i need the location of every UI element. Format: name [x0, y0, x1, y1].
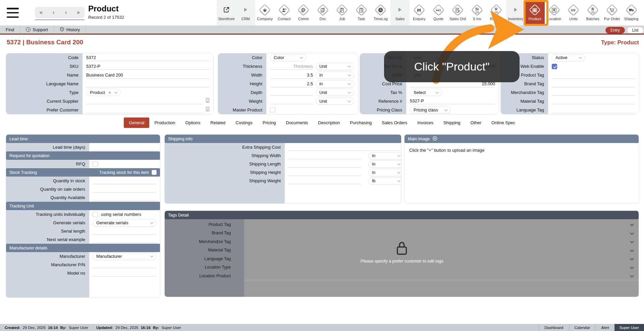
statusbar-user[interactable]: Super User — [614, 324, 644, 331]
cost-price-input[interactable]: 15.000 — [410, 81, 495, 87]
width-unit-select[interactable]: in — [316, 72, 354, 79]
toolbar-item-job[interactable]: Job — [332, 0, 352, 26]
chevron-down-icon[interactable] — [630, 239, 634, 243]
chevron-down-icon[interactable] — [630, 265, 634, 269]
generate-serials-select[interactable]: Generate serials — [93, 219, 157, 227]
shipping-height-input[interactable] — [288, 169, 361, 176]
language-name-input[interactable] — [86, 81, 210, 87]
shipping-weight-input[interactable] — [288, 178, 361, 184]
toolbar-item-pur-order[interactable]: Pur Order — [602, 0, 622, 26]
sku-input[interactable]: 5372-P — [86, 63, 210, 70]
clear-icon[interactable]: × — [108, 90, 111, 95]
shipping-length-input[interactable] — [288, 161, 361, 168]
status-select[interactable]: Active — [552, 54, 585, 61]
manufacturer-select[interactable]: Manufacturer — [93, 253, 157, 260]
width-input[interactable]: 3.5 — [270, 72, 313, 79]
tab-shipping[interactable]: Shipping — [438, 117, 466, 128]
master-product-checkbox[interactable] — [270, 107, 275, 112]
shipping-width-unit-select[interactable]: in — [368, 152, 401, 159]
thickness-unit-select[interactable]: Unit — [316, 63, 354, 70]
color-select[interactable]: Color — [270, 54, 306, 61]
tracking-individually-checkbox[interactable] — [93, 212, 98, 217]
prefer-customer-input[interactable] — [86, 106, 203, 113]
language-tag-input[interactable] — [552, 106, 635, 113]
uom-select[interactable]: Unit — [410, 72, 442, 79]
tab-other[interactable]: Other — [466, 117, 487, 128]
thickness-input[interactable]: Thickness — [270, 63, 313, 70]
height-input[interactable]: 2.5 — [270, 81, 313, 87]
list-view-button[interactable]: List — [627, 27, 644, 34]
toolbar-item-s-inv[interactable]: SiS Inv — [468, 0, 487, 26]
type-select[interactable]: Product × — [86, 89, 121, 96]
height-unit-select[interactable]: in — [316, 80, 354, 88]
tab-costings[interactable]: Costings — [230, 117, 258, 128]
first-record-button[interactable]: « — [35, 9, 47, 15]
weight-input[interactable] — [270, 98, 313, 104]
tab-related[interactable]: Related — [205, 117, 230, 128]
toolbar-item-company[interactable]: Company — [255, 0, 275, 26]
building-icon[interactable] — [206, 107, 210, 113]
qty-on-sale-orders-input[interactable] — [93, 186, 157, 193]
sell-price-input[interactable]: 25.000 — [410, 63, 495, 70]
qty-available-input[interactable] — [93, 194, 157, 201]
tracking-stock-checkbox[interactable] — [152, 170, 157, 175]
statusbar-link-calendar[interactable]: Calendar — [569, 324, 596, 331]
next-record-button[interactable]: › — [60, 9, 72, 15]
toolbar-item-enquiry[interactable]: Enquiry — [410, 0, 429, 26]
entry-view-button[interactable]: Entry — [605, 27, 625, 34]
shipping-weight-unit-select[interactable]: lb — [368, 177, 401, 185]
toolbar-item-batches[interactable]: BBatches — [583, 0, 603, 26]
toolbar-item-product[interactable]: Product — [525, 1, 545, 25]
merchandize-tag-input[interactable] — [552, 89, 635, 96]
tab-purchasing[interactable]: Purchasing — [345, 117, 377, 128]
chevron-down-icon[interactable] — [114, 90, 117, 94]
reference-input[interactable]: 5327-P — [410, 98, 495, 104]
chevron-down-icon[interactable] — [630, 231, 634, 235]
current-supplier-input[interactable] — [86, 98, 203, 104]
add-image-icon[interactable] — [432, 136, 437, 142]
chevron-down-icon[interactable] — [630, 256, 634, 260]
rfq-checkbox[interactable] — [93, 161, 98, 167]
tab-description[interactable]: Description — [313, 117, 345, 128]
tab-online-spec[interactable]: Online Spec — [486, 117, 520, 128]
chevron-down-icon[interactable] — [630, 222, 634, 226]
shipping-length-unit-select[interactable]: in — [368, 160, 401, 168]
tab-pricing[interactable]: Pricing — [258, 117, 281, 128]
toolbar-item-timelog[interactable]: TimeLog — [371, 0, 390, 26]
tab-find[interactable]: Find — [0, 26, 20, 34]
extra-shipping-cost-input[interactable] — [288, 144, 401, 151]
tab-history[interactable]: History — [54, 26, 86, 34]
tab-options[interactable]: Options — [180, 117, 206, 128]
toolbar-item-comm[interactable]: Comm — [294, 0, 313, 26]
toolbar-item-storefront[interactable]: Storefront — [217, 0, 236, 26]
prev-record-button[interactable]: ‹ — [47, 9, 60, 15]
depth-unit-select[interactable]: Unit — [316, 89, 354, 96]
name-input[interactable]: Business Card 200 — [86, 72, 210, 79]
chevron-down-icon[interactable] — [630, 274, 634, 277]
next-serial-input[interactable] — [93, 236, 157, 243]
building-icon[interactable] — [206, 98, 210, 104]
pricing-class-select[interactable]: Pricing class — [410, 106, 451, 113]
product-tag-input[interactable] — [552, 72, 635, 79]
lead-time-days-input[interactable] — [93, 144, 157, 151]
material-tag-input[interactable] — [552, 98, 635, 104]
serial-length-input[interactable] — [93, 228, 157, 235]
tab-sales-orders[interactable]: Sales Orders — [377, 117, 412, 128]
shipping-width-input[interactable] — [288, 152, 361, 159]
tab-general[interactable]: General — [124, 117, 149, 128]
tab-invoices[interactable]: Invoices — [412, 117, 438, 128]
toolbar-item-doc[interactable]: Doc — [313, 0, 333, 26]
toolbar-item-crm[interactable]: CRM — [236, 0, 256, 26]
last-record-button[interactable]: » — [72, 9, 85, 15]
statusbar-link-dashboard[interactable]: Dashboard — [539, 324, 569, 331]
toolbar-item-sales[interactable]: Sales — [390, 0, 410, 26]
toolbar-item-units[interactable]: Units — [564, 0, 583, 26]
statusbar-link-alert[interactable]: Alert — [595, 324, 614, 331]
toolbar-item-inventory[interactable]: Inventory — [506, 0, 526, 26]
chevron-down-icon[interactable] — [630, 248, 634, 252]
toolbar-item-location[interactable]: Location — [545, 0, 564, 26]
toolbar-item-quote[interactable]: Quote — [429, 0, 448, 26]
qty-in-stock-input[interactable] — [93, 178, 157, 184]
menu-icon[interactable] — [7, 8, 19, 18]
toolbar-item-sales-ord[interactable]: Sales Ord — [448, 0, 468, 26]
